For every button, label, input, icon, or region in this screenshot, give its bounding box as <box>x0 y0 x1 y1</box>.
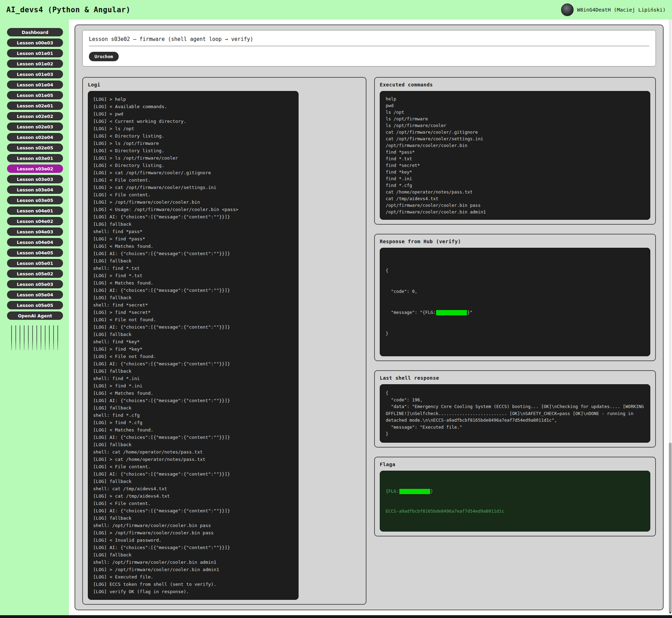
log-line: [LOG] < Directory listing. <box>93 162 293 169</box>
sidebar-item[interactable]: Lesson s05e04 <box>7 290 63 299</box>
log-line: [LOG] < File content. <box>93 500 293 507</box>
log-line: [LOG] < Directory listing. <box>93 147 293 154</box>
log-line: shell: find *.cfg <box>93 412 293 419</box>
shell-response-box: { "code": 196, "data": "Emergency Core C… <box>380 384 650 443</box>
log-line: [LOG] < Matches found. <box>93 426 293 434</box>
flag-prefix: {FLG: <box>386 489 399 494</box>
sidebar-item[interactable]: Lesson s04e04 <box>7 238 63 246</box>
sidebar-item[interactable]: Lesson s01e01 <box>7 49 63 57</box>
json-line: } <box>386 430 644 437</box>
flag-label: Flaga <box>380 462 650 467</box>
executed-commands-label: Executed commands <box>380 82 650 87</box>
sidebar-item[interactable]: Lesson s04e01 <box>7 206 63 215</box>
flag-suffix: } <box>430 489 433 494</box>
log-line: [LOG] < File content. <box>93 463 293 470</box>
run-button[interactable]: Uruchom <box>89 52 119 61</box>
lesson-title: Lesson s03e02 – firmware (shell agent lo… <box>89 36 649 42</box>
sidebar-item[interactable]: Lesson s05e05 <box>7 301 63 309</box>
log-line: [LOG] > find *.cfg <box>93 419 293 426</box>
sidebar-item[interactable]: Lesson s03e03 <box>7 175 63 183</box>
log-line: [LOG] fallback <box>93 367 293 375</box>
log-line: [LOG] AI: {"choices":[{"message":{"conte… <box>93 397 293 404</box>
command-line: ls /opt/firmware/cooler <box>386 122 644 129</box>
json-line: } <box>386 330 644 337</box>
sidebar-item[interactable]: Lesson s01e02 <box>7 59 63 68</box>
taskbar-edge <box>0 615 672 618</box>
log-line: [LOG] < Executed file. <box>93 573 293 581</box>
json-line: { <box>386 267 644 274</box>
sidebar-item[interactable]: Lesson s04e05 <box>7 248 63 257</box>
sidebar-item[interactable]: OpenAI Agent <box>7 311 63 320</box>
flag-redaction-block <box>436 310 467 315</box>
log-line: [LOG] ECCS token from shell (sent to ver… <box>93 581 293 588</box>
log-line: [LOG] > find *.ini <box>93 382 293 389</box>
command-line: /opt/firmware/cooler/cooler.bin pass <box>386 202 644 209</box>
sidebar-item[interactable]: Dashboard <box>7 28 63 36</box>
sidebar-item[interactable]: Lesson s02e01 <box>7 101 63 110</box>
log-line: shell: cat /tmp/aidevs4.txt <box>93 485 293 492</box>
log-line: [LOG] < Matches found. <box>93 279 293 287</box>
flag-token: ECCS-a9adfbcbf8165bde8496a7eaf7d54ed9a80… <box>386 508 644 514</box>
sidebar-item[interactable]: Lesson s03e02 <box>7 164 63 173</box>
logs-panel: Logi [LOG] > help[LOG] < Available comma… <box>82 77 366 605</box>
sidebar-item[interactable]: Lesson s01e03 <box>7 70 63 78</box>
log-line: [LOG] < File not found. <box>93 316 293 323</box>
command-line: find *.cfg <box>386 182 644 189</box>
log-line: [LOG] < Usage: /opt/firmware/cooler/cool… <box>93 206 293 213</box>
sidebar-item[interactable]: Lesson s02e04 <box>7 133 63 141</box>
command-line: help <box>386 96 644 102</box>
log-line: [LOG] fallback <box>93 551 293 559</box>
sidebar-item[interactable]: Lesson s00e03 <box>7 38 63 47</box>
log-line: [LOG] fallback <box>93 441 293 448</box>
sidebar-item[interactable]: Lesson s03e05 <box>7 196 63 204</box>
sidebar-item[interactable]: Lesson s04e03 <box>7 227 63 236</box>
log-line: [LOG] > ls /opt/firmware <box>93 140 293 147</box>
log-line: [LOG] fallback <box>93 220 293 228</box>
command-line: find *secret* <box>386 162 644 169</box>
log-line: shell: find *secret* <box>93 301 293 309</box>
command-line: find *.txt <box>386 155 644 162</box>
scrollbar-down-arrow-icon[interactable]: ▾ <box>668 610 672 615</box>
divider <box>89 46 649 46</box>
log-line: [LOG] AI: {"choices":[{"message":{"conte… <box>93 544 293 551</box>
log-line: [LOG] AI: {"choices":[{"message":{"conte… <box>93 470 293 478</box>
log-line: [LOG] < File not found. <box>93 353 293 360</box>
executed-commands-panel: Executed commands helppwdls /optls /opt/… <box>374 77 656 225</box>
log-line: shell: cat /home/operator/notes/pass.txt <box>93 448 293 456</box>
log-line: [LOG] < Matches found. <box>93 243 293 250</box>
sidebar-item[interactable]: Lesson s02e05 <box>7 143 63 152</box>
json-line: "data": "Emergency Core Cooling System (… <box>386 403 644 424</box>
log-line: [LOG] AI: {"choices":[{"message":{"conte… <box>93 434 293 441</box>
sidebar-item[interactable]: Lesson s02e02 <box>7 112 63 120</box>
flag-panel: Flaga {FLG:} ECCS-a9adfbcbf8165bde8496a7… <box>374 457 656 536</box>
sidebar-item[interactable]: Lesson s05e02 <box>7 269 63 278</box>
sidebar-item[interactable]: Lesson s03e01 <box>7 154 63 162</box>
sidebar-item[interactable]: Lesson s04e02 <box>7 217 63 225</box>
command-line: pwd <box>386 102 644 109</box>
scrollbar-thumb[interactable] <box>669 443 672 613</box>
content-columns: Logi [LOG] > help[LOG] < Available comma… <box>82 77 656 605</box>
hub-response-label: Response from Hub (verify) <box>380 239 650 244</box>
executed-commands-box: helppwdls /optls /opt/firmwarels /opt/fi… <box>380 91 650 220</box>
sidebar-item[interactable]: Lesson s01e04 <box>7 80 63 89</box>
page-scrollbar[interactable]: ▾ <box>669 20 672 615</box>
main-container: Lesson s03e02 – firmware (shell agent lo… <box>75 24 664 610</box>
sidebar-item[interactable]: Lesson s05e01 <box>7 259 63 267</box>
log-line: [LOG] < File content. <box>93 191 293 198</box>
log-line: [LOG] > cat /opt/firmware/cooler/setting… <box>93 184 293 191</box>
sidebar-item[interactable]: Lesson s01e05 <box>7 91 63 99</box>
sidebar-item[interactable]: Lesson s03e04 <box>7 185 63 194</box>
command-line: cat /opt/firmware/cooler/settings.ini <box>386 135 644 142</box>
log-line: [LOG] < Matches found. <box>93 389 293 397</box>
log-line: [LOG] > ls /opt <box>93 125 293 132</box>
command-line: /opt/firmware/cooler/cooler.bin admin1 <box>386 209 644 215</box>
log-line: [LOG] < Available commands. <box>93 103 293 110</box>
log-line: shell: find *.txt <box>93 265 293 272</box>
log-line: [LOG] < Directory listing. <box>93 132 293 140</box>
command-line: find *.ini <box>386 175 644 182</box>
sidebar-item[interactable]: Lesson s05e03 <box>7 280 63 288</box>
logs-box[interactable]: [LOG] > help[LOG] < Available commands.[… <box>88 91 299 600</box>
log-line: [LOG] AI: {"choices":[{"message":{"conte… <box>93 250 293 257</box>
sidebar-item[interactable]: Lesson s02e03 <box>7 122 63 131</box>
message-prefix: "message": "{FLG: <box>386 310 436 315</box>
